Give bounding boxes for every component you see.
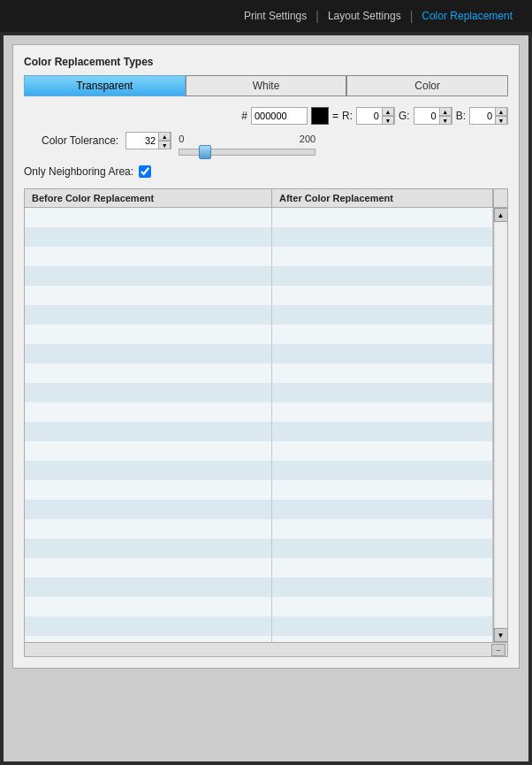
cell-after: [272, 500, 493, 519]
hash-label: #: [241, 110, 247, 122]
cell-after: [272, 480, 493, 500]
b-spin-buttons: ▲ ▼: [495, 107, 507, 125]
cell-before: [25, 247, 272, 266]
table-row[interactable]: [25, 402, 493, 422]
table-header: Before Color Replacement After Color Rep…: [25, 189, 507, 208]
slider-min-label: 0: [179, 134, 184, 144]
cell-before: [25, 325, 272, 344]
table-row[interactable]: [25, 500, 493, 519]
table-row[interactable]: [25, 305, 493, 325]
b-spin-down[interactable]: ▼: [495, 116, 507, 125]
r-spin-up[interactable]: ▲: [382, 107, 394, 116]
cell-before: [25, 461, 272, 480]
neighboring-row: Only Neighboring Area:: [24, 165, 508, 178]
cell-after: [272, 383, 493, 402]
main-content: Color Replacement Types Transparent Whit…: [4, 35, 528, 761]
cell-after: [272, 422, 493, 441]
cell-after: [272, 519, 493, 539]
neighboring-checkbox[interactable]: [139, 165, 151, 178]
nav-color-replacement[interactable]: Color Replacement: [413, 10, 521, 22]
color-hex-row: # = R: ▲ ▼ G: ▲ ▼ B:: [24, 107, 508, 125]
table-row[interactable]: [25, 539, 493, 558]
cell-before: [25, 266, 272, 286]
color-swatch[interactable]: [311, 107, 329, 125]
color-button[interactable]: Color: [346, 75, 508, 96]
cell-before: [25, 344, 272, 363]
table-row[interactable]: [25, 363, 493, 383]
r-spin-buttons: ▲ ▼: [382, 107, 394, 125]
equals-label: =: [332, 110, 338, 122]
cell-after: [272, 636, 493, 642]
white-button[interactable]: White: [186, 75, 347, 96]
table-row[interactable]: [25, 208, 493, 227]
cell-after: [272, 227, 493, 247]
cell-after: [272, 558, 493, 578]
scroll-down-arrow[interactable]: ▼: [494, 628, 508, 642]
table-row[interactable]: [25, 344, 493, 363]
cell-after: [272, 578, 493, 597]
nav-layout-settings[interactable]: Layout Settings: [319, 10, 410, 22]
transparent-button[interactable]: Transparent: [24, 75, 186, 96]
vertical-scrollbar[interactable]: ▲ ▼: [493, 208, 507, 642]
table-row[interactable]: [25, 383, 493, 402]
cell-after: [272, 539, 493, 558]
b-spin-up[interactable]: ▲: [495, 107, 507, 116]
cell-before: [25, 578, 272, 597]
scroll-up-arrow[interactable]: ▲: [494, 208, 508, 222]
table-row[interactable]: [25, 519, 493, 539]
cell-before: [25, 519, 272, 539]
nav-print-settings[interactable]: Print Settings: [235, 10, 315, 22]
table-row[interactable]: [25, 325, 493, 344]
neighboring-label: Only Neighboring Area:: [24, 165, 133, 178]
table-row[interactable]: [25, 422, 493, 441]
cell-before: [25, 480, 272, 500]
tolerance-spin-down[interactable]: ▼: [158, 141, 171, 149]
g-spin-up[interactable]: ▲: [439, 107, 452, 116]
cell-after: [272, 597, 493, 616]
scrollbar-header-spacer: [493, 189, 507, 207]
tolerance-spin-up[interactable]: ▲: [158, 132, 171, 141]
cell-before: [25, 402, 272, 422]
slider-section: 0 200: [179, 134, 315, 158]
section-title: Color Replacement Types: [24, 56, 508, 68]
table-row[interactable]: [25, 578, 493, 597]
b-input[interactable]: [470, 107, 495, 125]
table-row[interactable]: [25, 441, 493, 461]
cell-before: [25, 208, 272, 227]
b-input-wrap: ▲ ▼: [469, 107, 508, 125]
cell-after: [272, 266, 493, 286]
cell-before: [25, 500, 272, 519]
cell-before: [25, 227, 272, 247]
tolerance-label: Color Tolerance:: [42, 134, 118, 147]
tolerance-input[interactable]: [126, 132, 158, 149]
tolerance-slider[interactable]: [179, 149, 315, 156]
cell-before: [25, 441, 272, 461]
hex-input[interactable]: [251, 107, 308, 125]
table-body: ▲ ▼: [25, 208, 507, 642]
b-label: B:: [456, 110, 466, 122]
table-row[interactable]: [25, 247, 493, 266]
r-spin-down[interactable]: ▼: [382, 116, 394, 125]
r-input[interactable]: [357, 107, 382, 125]
cell-before: [25, 305, 272, 325]
table-row[interactable]: [25, 597, 493, 616]
r-input-wrap: ▲ ▼: [356, 107, 395, 125]
g-label: G:: [399, 110, 410, 122]
table-row[interactable]: [25, 480, 493, 500]
h-scroll-minus[interactable]: –: [491, 644, 505, 656]
slider-max-label: 200: [300, 134, 315, 144]
table-row[interactable]: [25, 461, 493, 480]
table-row[interactable]: [25, 227, 493, 247]
table-row[interactable]: [25, 266, 493, 286]
cell-after: [272, 325, 493, 344]
table-row[interactable]: [25, 558, 493, 578]
slider-labels: 0 200: [179, 134, 315, 144]
horizontal-scrollbar[interactable]: –: [25, 642, 507, 656]
cell-after: [272, 247, 493, 266]
table-row[interactable]: [25, 286, 493, 305]
table-row[interactable]: [25, 616, 493, 636]
g-spin-down[interactable]: ▼: [439, 116, 452, 125]
g-input[interactable]: [414, 107, 439, 125]
type-buttons-group: Transparent White Color: [24, 75, 508, 96]
table-row[interactable]: [25, 636, 493, 642]
